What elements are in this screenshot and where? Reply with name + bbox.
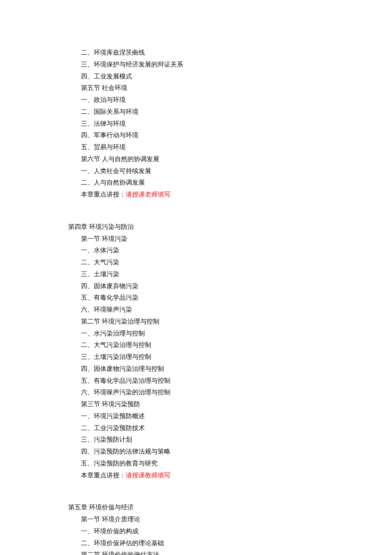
focus-highlight-text: 请授课教师填写 (126, 472, 170, 479)
outline-item: 第五节 社会环境 (68, 82, 349, 94)
chapter5-title: 第五章 环境价值与经济 (68, 502, 349, 514)
outline-item: 三、法律与环境 (68, 118, 349, 130)
outline-item: 第六节 人与自然的协调发展 (68, 153, 349, 165)
outline-item: 四、军事行动与环境 (68, 130, 349, 142)
focus-prefix: 本章重点讲授： (81, 472, 126, 479)
block1-items: 二、环境库兹涅茨曲线 三、环境保护与经济发展的辩证关系 四、工业发展模式 第五节… (68, 47, 349, 201)
outline-item: 二、人与自然协调发展 (68, 177, 349, 189)
chapter-focus: 本章重点讲授：请授课老师填写 (68, 189, 349, 201)
outline-item: 二、大气污染治理与控制 (68, 339, 349, 351)
outline-item: 三、环境保护与经济发展的辩证关系 (68, 59, 349, 71)
outline-item: 一、环境价值的构成 (68, 526, 349, 538)
outline-item: 五、贸易与环境 (68, 142, 349, 153)
outline-item: 第一节 环境污染 (68, 233, 349, 245)
outline-item: 一、水体污染 (68, 245, 349, 257)
outline-item: 二、工业污染预防技术 (68, 422, 349, 434)
chapter-focus: 本章重点讲授：请授课教师填写 (68, 470, 349, 482)
outline-item: 第二节 环境污染治理与控制 (68, 316, 349, 328)
outline-item: 二、国际关系与环境 (68, 106, 349, 118)
chapter5-items: 第一节 环境介质理论 一、环境价值的构成 二、环境价值评估的理论基础 第二节 环… (68, 514, 349, 555)
outline-item: 五、污染预防的教育与研究 (68, 458, 349, 470)
outline-item: 第三节 环境污染预防 (68, 399, 349, 410)
chapter4-items: 第一节 环境污染 一、水体污染 二、大气污染 三、土壤污染 四、固体废弃物污染 … (68, 233, 349, 482)
outline-item: 一、人类社会可持续发展 (68, 165, 349, 177)
outline-item: 二、环境价值评估的理论基础 (68, 538, 349, 549)
outline-item: 六、环境噪声污染 (68, 304, 349, 316)
outline-item: 第二节 环境价值的评估方法 (68, 549, 349, 555)
outline-item: 六、环境噪声污染的治理与控制 (68, 387, 349, 399)
outline-item: 四、工业发展模式 (68, 71, 349, 83)
outline-item: 第一节 环境介质理论 (68, 514, 349, 526)
focus-highlight-text: 请授课老师填写 (126, 191, 170, 198)
outline-item: 五、有毒化学品污染 (68, 292, 349, 304)
outline-item: 一、水污染治理与控制 (68, 328, 349, 340)
chapter4-title: 第四章 环境污染与防治 (68, 221, 349, 233)
outline-item: 二、大气污染 (68, 257, 349, 269)
outline-item: 五、有毒化学品污染治理与控制 (68, 375, 349, 387)
outline-item: 四、污染预防的法律法规与策略 (68, 446, 349, 458)
outline-item: 四、固体废弃物污染 (68, 280, 349, 292)
spacer (68, 201, 349, 211)
outline-item: 一、政治与环境 (68, 94, 349, 106)
outline-item: 一、环境污染预防概述 (68, 410, 349, 422)
outline-item: 四、固体废物污染治理与控制 (68, 363, 349, 375)
outline-item: 二、环境库兹涅茨曲线 (68, 47, 349, 59)
outline-item: 三、污染预防计划 (68, 434, 349, 446)
spacer (68, 481, 349, 491)
focus-prefix: 本章重点讲授： (81, 191, 126, 198)
outline-item: 三、土壤污染 (68, 269, 349, 280)
outline-item: 三、土壤污染治理与控制 (68, 351, 349, 363)
